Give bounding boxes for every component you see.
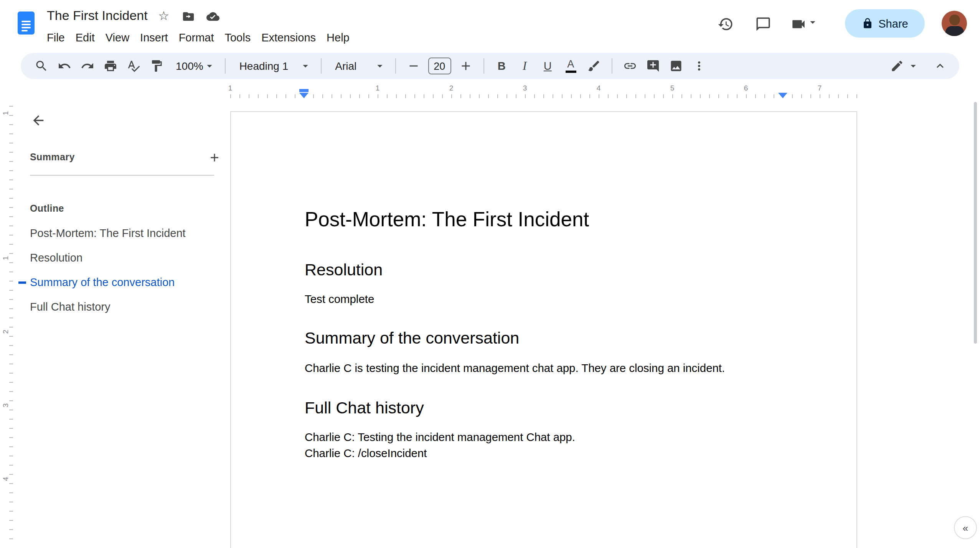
share-label: Share [878,17,908,30]
chevron-down-icon [299,60,311,72]
ruler-ticks [230,94,857,98]
left-indent-marker[interactable] [299,93,309,98]
ruler-number: 5 [670,84,675,92]
toolbar-left: 100% Heading 1 Arial 20 B I [21,56,709,76]
app-header: The First Incident ☆ File Edit View Inse… [0,0,980,51]
doc-heading-1[interactable]: Post-Mortem: The First Incident [305,207,783,232]
menu-file[interactable]: File [41,29,70,46]
ruler-number: 3 [523,84,527,92]
account-avatar[interactable] [942,11,967,36]
doc-paragraph[interactable]: Charlie C: /closeIncident [305,446,783,462]
menu-bar: File Edit View Insert Format Tools Exten… [41,29,355,46]
ruler-number: 1 [228,84,233,92]
cloud-saved-icon[interactable] [205,8,221,25]
right-indent-marker[interactable] [778,93,787,98]
search-icon[interactable] [31,56,51,76]
google-docs-app: The First Incident ☆ File Edit View Inse… [0,0,980,548]
document-page[interactable]: Post-Mortem: The First Incident Resoluti… [230,111,857,548]
paint-format-icon[interactable] [147,56,167,76]
horizontal-ruler: 1 1 2 3 4 5 6 7 [0,81,980,100]
editing-mode-select[interactable] [887,56,919,76]
hide-menus-icon[interactable] [930,56,950,76]
star-icon[interactable]: ☆ [155,8,172,25]
doc-paragraph[interactable]: Charlie C: Testing the incident manageme… [305,430,783,446]
share-button[interactable]: Share [845,9,925,38]
zoom-select[interactable]: 100% [170,56,217,76]
chevron-down-icon [907,60,919,72]
menu-edit[interactable]: Edit [70,29,100,46]
menu-extensions[interactable]: Extensions [256,29,321,46]
add-comment-icon[interactable] [643,56,663,76]
comments-icon[interactable] [751,12,775,36]
doc-heading-2[interactable]: Full Chat history [305,398,783,419]
menu-format[interactable]: Format [173,29,219,46]
docs-logo-icon[interactable] [18,12,35,35]
doc-heading-2[interactable]: Resolution [305,260,783,281]
decrease-font-size-icon[interactable] [403,56,423,76]
ruler-number: 1 [376,84,380,92]
menu-help[interactable]: Help [321,29,355,46]
spellcheck-icon[interactable] [124,56,144,76]
divider [611,58,612,74]
chevron-down-icon[interactable] [806,16,818,31]
lock-icon [861,18,873,29]
paragraph-style-select[interactable]: Heading 1 [233,56,313,76]
text-color-button[interactable]: A [561,56,581,76]
font-size-input[interactable]: 20 [428,58,451,74]
increase-font-size-icon[interactable] [455,56,475,76]
insert-link-icon[interactable] [620,56,640,76]
doc-heading-2[interactable]: Summary of the conversation [305,328,783,349]
menu-tools[interactable]: Tools [219,29,256,46]
italic-button[interactable]: I [515,56,535,76]
doc-paragraph[interactable]: Charlie C is testing the incident manage… [305,360,783,377]
underline-button[interactable]: U [538,56,558,76]
divider [395,58,396,74]
toolbar-right [887,56,959,76]
chevron-down-icon [373,60,386,72]
version-history-icon[interactable] [713,12,737,36]
toolbar: 100% Heading 1 Arial 20 B I [21,53,959,79]
highlight-color-icon[interactable] [584,56,604,76]
menu-view[interactable]: View [100,29,135,46]
pencil-icon [887,56,907,76]
divider [483,58,484,74]
vertical-scrollbar[interactable] [974,102,977,344]
doc-paragraph[interactable]: Test complete [305,291,783,308]
divider [320,58,321,74]
font-family-select[interactable]: Arial [329,56,387,76]
first-line-indent-marker[interactable] [299,89,309,92]
undo-icon[interactable] [54,56,74,76]
more-options-icon[interactable] [689,56,709,76]
ruler-number: 7 [818,84,822,92]
show-side-panel-button[interactable]: « [954,516,977,539]
chevrons-left-icon: « [963,522,968,533]
document-title[interactable]: The First Incident [47,8,148,24]
document-canvas: Post-Mortem: The First Incident Resoluti… [0,98,980,548]
divider [225,58,226,74]
bold-button[interactable]: B [492,56,511,76]
insert-image-icon[interactable] [666,56,686,76]
ruler-number: 6 [744,84,748,92]
redo-icon[interactable] [78,56,97,76]
title-block: The First Incident ☆ File Edit View Inse… [47,6,355,46]
ruler-number: 2 [449,84,454,92]
chevron-down-icon [203,60,216,72]
move-to-folder-icon[interactable] [180,8,197,25]
meet-call-button[interactable] [786,12,823,36]
print-icon[interactable] [101,56,120,76]
ruler-number: 4 [597,84,601,92]
menu-insert[interactable]: Insert [135,29,173,46]
